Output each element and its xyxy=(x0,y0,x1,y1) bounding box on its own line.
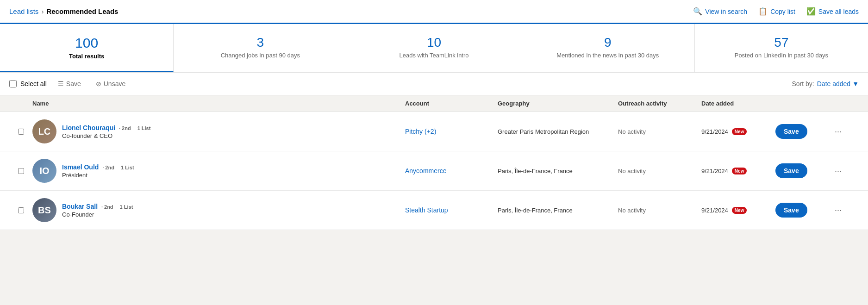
copy-list-button[interactable]: 📋 Copy list xyxy=(758,7,795,16)
geography-text: Greater Paris Metropolitan Region xyxy=(498,128,589,135)
avatar: BS xyxy=(32,198,56,222)
table-row: IO Ismael Ould · 2nd 1 List Président An… xyxy=(0,151,868,191)
col-outreach-header: Outreach activity xyxy=(618,100,701,107)
stat-changed-jobs-label: Changed jobs in past 90 days xyxy=(183,52,337,59)
select-all-text: Select all xyxy=(20,80,47,87)
person-cell: IO Ismael Ould · 2nd 1 List Président xyxy=(32,159,405,183)
list-badge: 1 List xyxy=(117,204,133,210)
outreach-cell: No activity xyxy=(618,128,701,135)
toolbar-right: Sort by: Date added ▼ xyxy=(792,80,859,87)
page-title: Recommended Leads xyxy=(46,7,118,15)
person-name[interactable]: Ismael Ould · 2nd 1 List xyxy=(62,163,134,171)
unsave-label: Unsave xyxy=(104,80,125,87)
row-checkbox-1[interactable] xyxy=(18,168,24,174)
save-all-leads-button[interactable]: ✅ Save all leads xyxy=(806,7,859,16)
save-all-icon: ✅ xyxy=(806,7,816,16)
avatar: LC xyxy=(32,119,56,143)
view-in-search-button[interactable]: 🔍 View in search xyxy=(693,7,747,16)
sort-value: Date added xyxy=(817,80,850,87)
stat-changed-jobs-number: 3 xyxy=(183,35,337,50)
stats-row: 100 Total results 3 Changed jobs in past… xyxy=(0,24,868,73)
geography-cell: Paris, Île-de-France, France xyxy=(498,167,618,174)
account-cell: Pitchy (+2) xyxy=(405,128,498,135)
person-name[interactable]: Lionel Chouraqui · 2nd 1 List xyxy=(62,124,150,131)
view-in-search-label: View in search xyxy=(705,8,747,15)
outreach-text: No activity xyxy=(618,128,646,135)
more-options-button[interactable]: ··· xyxy=(831,164,845,178)
breadcrumb: Lead lists › Recommended Leads xyxy=(9,7,118,15)
save-lead-button[interactable]: Save xyxy=(775,124,807,139)
account-link[interactable]: Stealth Startup xyxy=(405,206,448,214)
sort-by-label: Sort by: xyxy=(792,80,814,87)
person-title: Co-founder & CEO xyxy=(62,132,150,139)
toolbar-left: Select all ☰ Save ⊘ Unsave xyxy=(9,78,129,89)
leads-table: LC Lionel Chouraqui · 2nd 1 List Co-foun… xyxy=(0,112,868,230)
col-checkbox-header xyxy=(9,100,32,107)
date-text: 9/21/2024 xyxy=(701,168,728,174)
geography-text: Paris, Île-de-France, France xyxy=(498,168,573,174)
stat-teamlink[interactable]: 10 Leads with TeamLink intro xyxy=(347,24,521,72)
copy-icon: 📋 xyxy=(758,7,768,16)
stat-changed-jobs[interactable]: 3 Changed jobs in past 90 days xyxy=(174,24,347,72)
list-badge: 1 List xyxy=(135,125,151,131)
new-badge: New xyxy=(732,168,747,174)
table-header: Name Account Geography Outreach activity… xyxy=(0,95,868,112)
stat-news[interactable]: 9 Mentioned in the news in past 30 days xyxy=(521,24,695,72)
more-options-button[interactable]: ··· xyxy=(831,125,845,138)
date-cell: 9/21/2024 New xyxy=(701,168,775,174)
stat-news-number: 9 xyxy=(531,35,685,50)
date-cell: 9/21/2024 New xyxy=(701,128,775,135)
select-all-checkbox[interactable] xyxy=(9,80,17,87)
account-cell: Stealth Startup xyxy=(405,206,498,214)
person-info: Ismael Ould · 2nd 1 List Président xyxy=(62,163,134,179)
toolbar: Select all ☰ Save ⊘ Unsave Sort by: Date… xyxy=(0,73,868,95)
stat-linkedin[interactable]: 57 Posted on LinkedIn in past 30 days xyxy=(695,24,868,72)
stat-teamlink-label: Leads with TeamLink intro xyxy=(356,52,511,59)
degree-badge: · 2nd xyxy=(119,125,131,131)
save-lead-button[interactable]: Save xyxy=(775,163,807,178)
col-actions-header xyxy=(775,100,831,107)
date-cell: 9/21/2024 New xyxy=(701,207,775,214)
stat-total-label: Total results xyxy=(9,53,164,60)
save-toolbar-button[interactable]: ☰ Save xyxy=(54,78,85,89)
stat-linkedin-label: Posted on LinkedIn in past 30 days xyxy=(704,52,859,59)
select-all-label[interactable]: Select all xyxy=(9,80,47,87)
actions-cell: Save xyxy=(775,124,831,139)
person-name[interactable]: Boukar Sall · 2nd 1 List xyxy=(62,203,133,210)
outreach-text: No activity xyxy=(618,207,646,214)
row-checkbox-cell xyxy=(9,129,32,135)
stat-total[interactable]: 100 Total results xyxy=(0,24,174,72)
stat-linkedin-number: 57 xyxy=(704,35,859,50)
col-name-header: Name xyxy=(32,100,405,107)
unsave-toolbar-button[interactable]: ⊘ Unsave xyxy=(92,78,129,89)
more-cell: ··· xyxy=(831,125,859,138)
table-row: BS Boukar Sall · 2nd 1 List Co-Founder S… xyxy=(0,191,868,230)
more-cell: ··· xyxy=(831,164,859,178)
top-bar: Lead lists › Recommended Leads 🔍 View in… xyxy=(0,0,868,24)
more-options-button[interactable]: ··· xyxy=(831,204,845,217)
person-cell: LC Lionel Chouraqui · 2nd 1 List Co-foun… xyxy=(32,119,405,143)
outreach-cell: No activity xyxy=(618,167,701,174)
table-row: LC Lionel Chouraqui · 2nd 1 List Co-foun… xyxy=(0,112,868,151)
geography-cell: Greater Paris Metropolitan Region xyxy=(498,128,618,135)
account-link[interactable]: Pitchy (+2) xyxy=(405,128,436,135)
person-cell: BS Boukar Sall · 2nd 1 List Co-Founder xyxy=(32,198,405,222)
outreach-text: No activity xyxy=(618,168,646,174)
account-link[interactable]: Anycommerce xyxy=(405,167,446,174)
actions-cell: Save xyxy=(775,163,831,178)
sort-dropdown[interactable]: Date added ▼ xyxy=(817,80,859,87)
date-text: 9/21/2024 xyxy=(701,128,728,135)
save-lead-button[interactable]: Save xyxy=(775,203,807,218)
list-badge: 1 List xyxy=(118,165,134,170)
degree-badge: · 2nd xyxy=(101,204,113,210)
row-checkbox-2[interactable] xyxy=(18,207,24,213)
date-text: 9/21/2024 xyxy=(701,207,728,214)
degree-badge: · 2nd xyxy=(102,165,114,170)
new-badge: New xyxy=(732,207,747,214)
lead-lists-link[interactable]: Lead lists xyxy=(9,7,38,15)
row-checkbox-0[interactable] xyxy=(18,129,24,135)
actions-cell: Save xyxy=(775,203,831,218)
row-checkbox-cell xyxy=(9,168,32,174)
top-actions: 🔍 View in search 📋 Copy list ✅ Save all … xyxy=(693,7,859,16)
geography-text: Paris, Île-de-France, France xyxy=(498,207,573,214)
